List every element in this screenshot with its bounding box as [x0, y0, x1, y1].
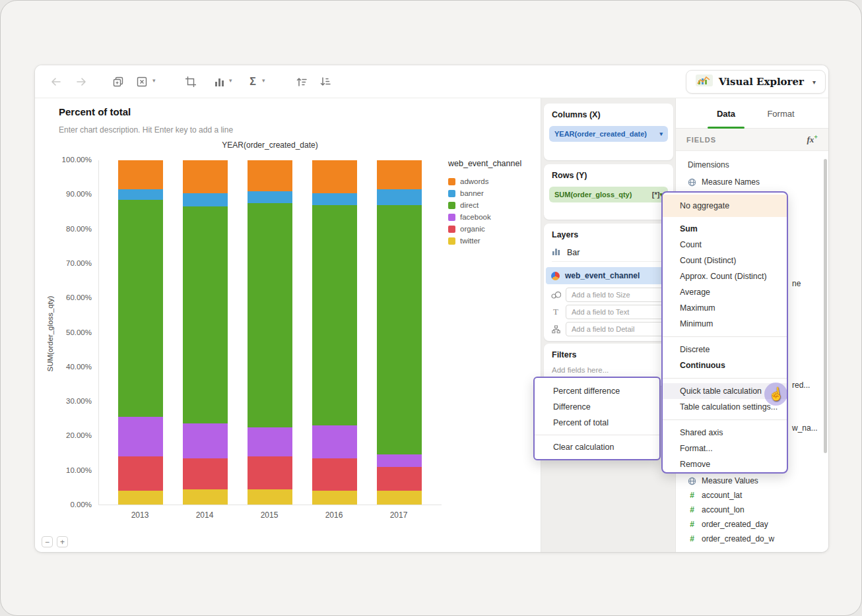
zoom-in-button[interactable]: + [57, 536, 68, 547]
segment-direct-2015[interactable] [248, 203, 292, 427]
segment-banner-2017[interactable] [377, 189, 422, 204]
rows-pill[interactable]: SUM(order_gloss_qty) [*] ▾ [549, 187, 668, 202]
columns-pill-chevron-icon[interactable]: ▾ [659, 131, 663, 137]
bar-2014[interactable] [183, 160, 228, 505]
visual-explorer-chevron-icon[interactable]: ▾ [812, 78, 816, 86]
segment-direct-2017[interactable] [377, 205, 422, 454]
menu-item-count-distinct-[interactable]: Count (Distinct) [663, 253, 787, 268]
menu-item-shared-axis[interactable]: Shared axis [663, 425, 787, 441]
segment-organic-2016[interactable] [312, 458, 357, 491]
crop-swap-axes-icon[interactable] [183, 74, 199, 90]
bar-2017[interactable] [377, 160, 422, 505]
segment-twitter-2015[interactable] [248, 489, 292, 505]
segment-banner-2014[interactable] [183, 193, 228, 207]
segment-organic-2015[interactable] [248, 456, 292, 489]
tab-data[interactable]: Data [708, 98, 745, 129]
field-item-account_lon[interactable]: #account_lon [688, 504, 819, 516]
segment-facebook-2017[interactable] [377, 454, 422, 466]
legend-items: adwordsbannerdirectfacebookorganictwitte… [448, 175, 539, 247]
mark-type-row[interactable]: Bar [552, 243, 665, 262]
menu-item-format-[interactable]: Format... [663, 441, 787, 456]
columns-pill[interactable]: YEAR(order_created_date) ▾ [549, 126, 668, 142]
bar-2015[interactable] [248, 160, 292, 505]
menu-item-difference[interactable]: Difference [535, 399, 659, 415]
menu-item-approx-count-distinct-[interactable]: Approx. Count (Distinct) [663, 268, 787, 284]
menu-item-no-aggregate[interactable]: No aggregate [663, 195, 787, 217]
segment-adwords-2017[interactable] [377, 160, 422, 189]
legend-item-adwords[interactable]: adwords [448, 175, 539, 187]
detail-field-input[interactable]: Add a field to Detail [566, 322, 668, 336]
menu-item-clear-calculation[interactable]: Clear calculation [535, 439, 659, 455]
segment-twitter-2017[interactable] [377, 491, 422, 505]
remove-chart-icon[interactable] [134, 74, 150, 90]
aggregate-sigma-icon[interactable]: Σ [245, 74, 261, 90]
y-tick-label: 30.00% [35, 397, 92, 405]
segment-facebook-2013[interactable] [118, 417, 163, 456]
visual-explorer-button[interactable]: Visual Explorer ▾ [686, 70, 826, 94]
segment-direct-2013[interactable] [118, 200, 163, 417]
field-item-measure-names[interactable]: Measure Names [688, 176, 819, 188]
segment-twitter-2014[interactable] [183, 489, 228, 505]
undo-back-icon[interactable] [48, 74, 64, 90]
legend-item-organic[interactable]: organic [448, 223, 539, 235]
chart-type-chevron-icon[interactable]: ▾ [229, 77, 232, 84]
panel-tabs: Data Format [676, 98, 828, 129]
segment-direct-2016[interactable] [312, 205, 357, 425]
legend-item-facebook[interactable]: facebook [448, 211, 539, 223]
segment-banner-2013[interactable] [118, 189, 163, 200]
segment-adwords-2015[interactable] [248, 160, 292, 191]
segment-organic-2017[interactable] [377, 467, 422, 491]
segment-facebook-2015[interactable] [248, 427, 292, 456]
legend-swatch-organic [448, 226, 455, 233]
bar-2013[interactable] [118, 160, 163, 505]
menu-item-minimum[interactable]: Minimum [663, 316, 787, 332]
field-item-order_created_do_w[interactable]: #order_created_do_w [688, 533, 819, 545]
bar-mark-icon [552, 247, 561, 258]
field-item-order_created_day[interactable]: #order_created_day [688, 518, 819, 530]
segment-adwords-2016[interactable] [312, 160, 357, 193]
legend-item-direct[interactable]: direct [448, 199, 539, 211]
duplicate-chart-icon[interactable] [110, 74, 126, 90]
legend-item-twitter[interactable]: twitter [448, 235, 539, 247]
field-item-measure-values[interactable]: Measure Values [688, 475, 819, 487]
menu-item-average[interactable]: Average [663, 284, 787, 300]
menu-item-continuous[interactable]: Continuous [663, 357, 787, 373]
tab-format[interactable]: Format [761, 98, 801, 129]
sort-descending-icon[interactable] [317, 74, 333, 90]
segment-facebook-2016[interactable] [312, 425, 357, 458]
zoom-out-button[interactable]: − [42, 536, 53, 547]
segment-banner-2016[interactable] [312, 193, 357, 205]
color-field-chip[interactable]: web_event_channel [546, 267, 671, 284]
segment-facebook-2014[interactable] [183, 423, 228, 458]
segment-twitter-2013[interactable] [118, 491, 163, 505]
menu-item-percent-difference[interactable]: Percent difference [535, 383, 659, 399]
aggregate-chevron-icon[interactable]: ▾ [262, 77, 265, 84]
segment-adwords-2013[interactable] [118, 160, 163, 189]
menu-item-sum[interactable]: Sum [663, 221, 787, 237]
segment-adwords-2014[interactable] [183, 160, 228, 193]
add-calculation-button[interactable]: fx+ [807, 133, 818, 145]
menu-item-maximum[interactable]: Maximum [663, 300, 787, 316]
chart-description[interactable]: Enter chart description. Hit Enter key t… [59, 125, 233, 135]
chart-type-icon[interactable] [212, 74, 228, 90]
segment-banner-2015[interactable] [248, 191, 292, 203]
fields-scrollbar[interactable] [824, 159, 827, 453]
legend-item-banner[interactable]: banner [448, 187, 539, 199]
field-item-account_lat[interactable]: #account_lat [688, 489, 819, 501]
menu-item-remove[interactable]: Remove [663, 456, 787, 472]
remove-chart-chevron-icon[interactable]: ▾ [152, 77, 156, 84]
segment-direct-2014[interactable] [183, 206, 228, 423]
chart-title[interactable]: Percent of total [59, 106, 131, 117]
filters-drop-target[interactable]: Add fields here... [552, 366, 609, 374]
sort-ascending-icon[interactable] [294, 74, 310, 90]
menu-item-count[interactable]: Count [663, 237, 787, 253]
text-field-input[interactable]: Add a field to Text [566, 305, 668, 319]
segment-organic-2014[interactable] [183, 458, 228, 489]
segment-organic-2013[interactable] [118, 456, 163, 491]
redo-forward-icon[interactable] [73, 74, 89, 90]
menu-item-percent-of-total[interactable]: Percent of total [535, 415, 659, 431]
menu-item-discrete[interactable]: Discrete [663, 342, 787, 357]
segment-twitter-2016[interactable] [312, 491, 357, 505]
size-field-input[interactable]: Add a field to Size [566, 288, 668, 302]
bar-2016[interactable] [312, 160, 357, 505]
